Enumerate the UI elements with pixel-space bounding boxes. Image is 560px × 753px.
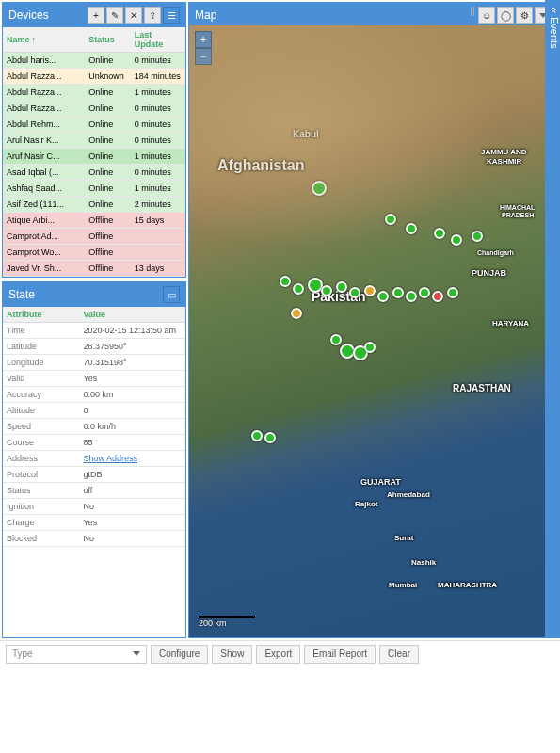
map-header: Map ☺ ◯ ⚙ (189, 3, 557, 27)
map-label: PUNJAB (472, 268, 506, 278)
device-status: Unknown (85, 69, 131, 85)
device-row[interactable]: Abdul haris...Online0 minutes (3, 53, 185, 69)
device-row[interactable]: Javed Vr. Sh...Offline13 days (3, 261, 185, 277)
device-row[interactable]: Asad Iqbal (...Online0 minutes (3, 165, 185, 181)
device-marker[interactable] (472, 231, 483, 242)
device-status: Offline (85, 245, 131, 261)
device-marker[interactable] (364, 285, 376, 296)
device-row[interactable]: Camprot Wo...Offline (3, 245, 185, 261)
device-status: Offline (85, 229, 131, 245)
events-tab[interactable]: «Events (545, 0, 560, 638)
state-attr: Valid (3, 371, 79, 387)
device-marker[interactable] (406, 291, 417, 302)
device-row[interactable]: Asif Zed (111...Online2 minutes (3, 197, 185, 213)
export-button[interactable]: Export (256, 645, 300, 664)
map-label: Chandigarh (477, 249, 514, 256)
zoom-out-button[interactable]: − (195, 48, 212, 65)
state-col-attr[interactable]: Attribute (3, 307, 79, 323)
device-name: Abdul Razza... (3, 69, 85, 85)
device-last: 15 days (131, 213, 185, 229)
state-attr: Ignition (3, 499, 79, 515)
device-marker[interactable] (336, 281, 347, 293)
device-marker[interactable] (377, 291, 389, 302)
add-device-button[interactable]: + (88, 7, 104, 24)
device-marker[interactable] (251, 430, 263, 441)
device-marker[interactable] (406, 223, 417, 234)
clear-button[interactable]: Clear (379, 645, 419, 664)
device-row[interactable]: Arul Nasir K...Online0 minutes (3, 133, 185, 149)
device-name: Asif Zed (111... (3, 197, 85, 213)
devices-settings-button[interactable]: ☰ (163, 7, 180, 24)
device-marker[interactable] (432, 291, 443, 302)
map-label: GUJARAT (360, 477, 401, 487)
remove-device-button[interactable]: ✕ (125, 7, 142, 24)
devices-col-last[interactable]: Last Update (131, 27, 185, 53)
map-label: PRADESH (502, 212, 534, 218)
devices-panel: Devices + ✎ ✕ ⇪ ☰ Name↑ Status Last Upda… (2, 2, 186, 278)
state-attr: Course (3, 435, 79, 451)
device-status: Online (85, 101, 131, 117)
state-col-val[interactable]: Value (79, 307, 185, 323)
show-button[interactable]: Show (212, 645, 252, 664)
state-val: 85 (79, 435, 185, 451)
command-device-button[interactable]: ⇪ (144, 7, 161, 24)
device-marker[interactable] (349, 287, 360, 298)
device-row[interactable]: Abdul Razza...Unknown184 minutes (3, 69, 185, 85)
map-label: Rajkot (355, 500, 377, 508)
device-marker[interactable] (392, 287, 404, 298)
device-row[interactable]: Abdul Razza...Online0 minutes (3, 101, 185, 117)
device-marker[interactable] (280, 276, 291, 287)
devices-header: Devices + ✎ ✕ ⇪ ☰ (3, 3, 185, 27)
device-marker[interactable] (293, 283, 304, 295)
device-marker[interactable] (364, 342, 376, 353)
device-row[interactable]: Aruf Nasir C...Online1 minutes (3, 149, 185, 165)
device-name: Camprot Wo... (3, 245, 85, 261)
map-canvas[interactable]: + − AfghanistanPakistanKabulJAMMU ANDKAS… (189, 25, 557, 637)
devices-col-name[interactable]: Name↑ (3, 27, 85, 53)
map-geofence-button[interactable]: ◯ (497, 7, 514, 24)
state-row: AddressShow Address (3, 451, 185, 467)
state-row: BlockedNo (3, 531, 185, 547)
device-name: Ashfaq Saad... (3, 181, 85, 197)
state-attr: Blocked (3, 531, 79, 547)
device-marker[interactable] (451, 234, 462, 246)
device-marker[interactable] (321, 285, 332, 296)
zoom-in-button[interactable]: + (195, 31, 212, 48)
device-last: 1 minutes (131, 149, 185, 165)
device-marker[interactable] (291, 308, 302, 319)
device-marker[interactable] (385, 214, 396, 225)
map-panel: Map ☺ ◯ ⚙ + − AfghanistanPakistanKabulJA… (188, 2, 558, 638)
device-row[interactable]: Abdul Razza...Online1 minutes (3, 85, 185, 101)
device-row[interactable]: Abdul Rehm...Online0 minutes (3, 117, 185, 133)
devices-col-status[interactable]: Status (85, 27, 131, 53)
device-row[interactable]: Atique Arbi...Offline15 days (3, 213, 185, 229)
device-marker[interactable] (330, 334, 342, 345)
device-status: Online (85, 181, 131, 197)
edit-device-button[interactable]: ✎ (106, 7, 123, 24)
device-status: Online (85, 117, 131, 133)
map-reports-button[interactable]: ☺ (478, 7, 495, 24)
device-marker[interactable] (264, 432, 276, 443)
device-marker[interactable] (447, 287, 458, 298)
device-status: Offline (85, 261, 131, 277)
map-settings-button[interactable]: ⚙ (516, 7, 533, 24)
configure-button[interactable]: Configure (151, 645, 208, 664)
state-row: IgnitionNo (3, 499, 185, 515)
device-marker[interactable] (312, 181, 327, 196)
chevron-down-icon (133, 651, 140, 656)
state-val: off (79, 483, 185, 499)
state-collapse-button[interactable]: ▭ (163, 286, 180, 303)
device-marker[interactable] (434, 228, 445, 239)
state-attr: Address (3, 451, 79, 467)
device-row[interactable]: Camprot Ad...Offline (3, 229, 185, 245)
device-marker[interactable] (419, 287, 430, 298)
device-row[interactable]: Ashfaq Saad...Online1 minutes (3, 181, 185, 197)
email-report-button[interactable]: Email Report (304, 645, 376, 664)
state-row: Latitude28.375950° (3, 339, 185, 355)
show-address-link[interactable]: Show Address (83, 454, 137, 463)
report-type-select[interactable]: Type (6, 645, 147, 664)
map-label: JAMMU AND (481, 148, 527, 156)
state-attr: Accuracy (3, 387, 79, 403)
map-label: Ahmedabad (387, 490, 430, 499)
map-scale: 200 km (199, 616, 255, 628)
